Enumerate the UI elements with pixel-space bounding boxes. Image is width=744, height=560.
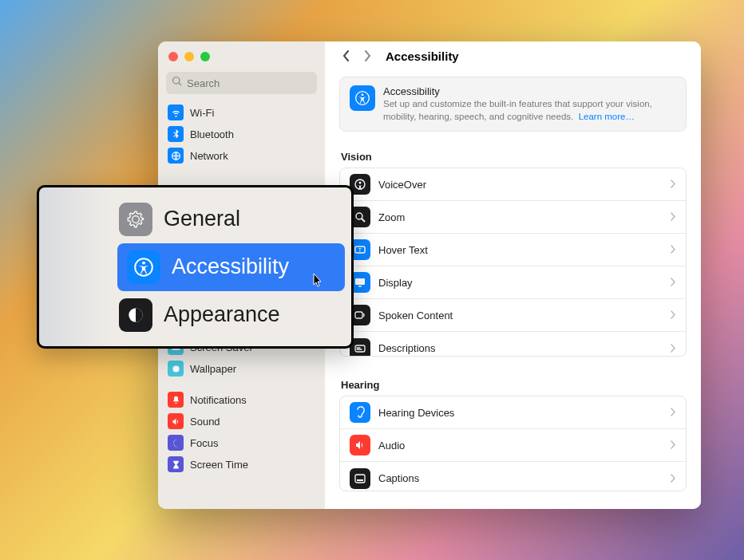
cursor-icon (313, 273, 324, 292)
zoom-window-button[interactable] (200, 52, 210, 61)
hero-title: Accessibility (383, 85, 676, 97)
callout-appearance[interactable]: Appearance (111, 291, 351, 339)
row-label: VoiceOver (378, 179, 671, 191)
close-window-button[interactable] (168, 52, 178, 61)
row-label: Hover Text (378, 244, 671, 256)
svg-point-6 (362, 94, 364, 97)
hero-text: Accessibility Set up and customize the b… (383, 85, 676, 123)
svg-point-4 (172, 365, 179, 372)
row-label: Spoken Content (378, 310, 671, 321)
sidebar-item-label: Screen Time (190, 459, 248, 471)
svg-rect-13 (358, 286, 362, 287)
sidebar-item-wallpaper[interactable]: Wallpaper (166, 358, 317, 379)
audio-icon (350, 435, 370, 455)
chevron-right-icon (671, 210, 676, 224)
svg-rect-14 (355, 312, 362, 318)
globe-icon (168, 148, 184, 164)
row-descriptions[interactable]: Descriptions (340, 332, 686, 357)
row-label: Captions (378, 472, 671, 484)
learn-more-link[interactable]: Learn more… (579, 112, 635, 121)
sidebar-item-label: Sound (190, 416, 220, 428)
minimize-window-button[interactable] (184, 52, 194, 61)
row-zoom[interactable]: Zoom (340, 201, 686, 234)
sidebar-item-notifications[interactable]: Notifications (166, 389, 317, 410)
chevron-right-icon (671, 471, 676, 486)
sidebar-item-network[interactable]: Network (166, 145, 317, 166)
sidebar-item-sound[interactable]: Sound (166, 411, 317, 432)
zoom-callout: General Accessibility Appearance (37, 185, 354, 349)
row-audio[interactable]: Audio (340, 429, 686, 462)
callout-label: Appearance (164, 302, 280, 327)
content-pane: Accessibility Accessibility Set up and c… (325, 41, 701, 509)
hero-banner: Accessibility Set up and customize the b… (339, 77, 687, 132)
row-label: Hearing Devices (378, 407, 671, 419)
sidebar-item-wifi[interactable]: Wi-Fi (166, 102, 317, 123)
row-label: Descriptions (378, 342, 671, 354)
appearance-icon (119, 298, 152, 332)
vision-rows: VoiceOver Zoom T Hover Text Display Spok… (339, 168, 687, 357)
callout-accessibility[interactable]: Accessibility (117, 243, 345, 291)
row-label: Display (378, 277, 671, 289)
svg-rect-16 (355, 475, 365, 483)
svg-rect-12 (355, 278, 365, 285)
sidebar-item-screentime[interactable]: Screen Time (166, 454, 317, 475)
chevron-right-icon (671, 275, 676, 290)
row-display[interactable]: Display (340, 266, 686, 299)
chevron-right-icon (671, 308, 676, 322)
topbar: Accessibility (325, 41, 701, 70)
accessibility-icon (350, 85, 375, 111)
row-captions[interactable]: Captions (340, 462, 686, 491)
nav-back-button[interactable] (338, 47, 355, 65)
sidebar-item-label: Bluetooth (190, 128, 234, 140)
sidebar-item-label: Wallpaper (190, 363, 236, 375)
sidebar-item-focus[interactable]: Focus (166, 432, 317, 453)
svg-text:T: T (358, 247, 362, 253)
sidebar-item-bluetooth[interactable]: Bluetooth (166, 124, 317, 144)
chevron-right-icon (671, 405, 676, 420)
gear-icon (119, 203, 152, 236)
search-icon (172, 76, 187, 90)
chevron-right-icon (671, 243, 676, 257)
search-input[interactable] (187, 77, 321, 89)
accessibility-icon (127, 250, 160, 284)
chevron-right-icon (671, 438, 676, 452)
speaker-icon (168, 413, 184, 429)
page-title: Accessibility (386, 49, 459, 63)
sidebar-item-label: Focus (190, 437, 218, 449)
svg-rect-15 (355, 345, 365, 352)
row-voiceover[interactable]: VoiceOver (340, 168, 686, 201)
sidebar-item-label: Network (190, 150, 228, 162)
hearing-rows: Hearing Devices Audio Captions (339, 396, 687, 491)
row-label: Zoom (378, 211, 671, 223)
moon-icon (168, 435, 184, 451)
row-spokencontent[interactable]: Spoken Content (340, 299, 686, 332)
chevron-right-icon (671, 177, 676, 191)
chevron-right-icon (671, 341, 676, 356)
section-label-hearing: Hearing (341, 379, 685, 391)
bluetooth-icon (168, 126, 184, 142)
search-field[interactable] (166, 72, 317, 94)
ear-icon (350, 402, 370, 423)
sidebar-item-label: Wi-Fi (190, 107, 214, 119)
wallpaper-icon (168, 361, 184, 377)
row-label: Audio (378, 440, 671, 452)
window-controls (158, 41, 325, 72)
svg-rect-17 (357, 479, 363, 481)
callout-general[interactable]: General (111, 195, 351, 243)
row-hovertext[interactable]: T Hover Text (340, 234, 686, 266)
wifi-icon (168, 105, 184, 120)
callout-label: Accessibility (172, 254, 289, 279)
nav-forward-button[interactable] (358, 47, 376, 65)
section-label-vision: Vision (341, 151, 685, 163)
captions-icon (350, 468, 370, 489)
hourglass-icon (168, 456, 184, 472)
svg-point-19 (142, 261, 145, 264)
callout-label: General (164, 207, 240, 231)
row-hearingdevices[interactable]: Hearing Devices (340, 396, 686, 429)
sidebar-item-label: Notifications (190, 394, 247, 406)
svg-point-8 (359, 182, 362, 184)
bell-icon (168, 392, 184, 408)
